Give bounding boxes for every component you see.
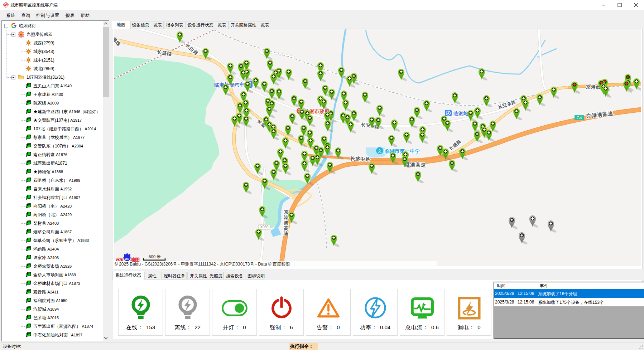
svg-text:高: 高: [284, 225, 289, 231]
svg-text:文: 文: [378, 149, 382, 153]
svg-text:X089: X089: [260, 225, 269, 229]
svg-text:长盛中路: 长盛中路: [350, 156, 371, 162]
svg-text:Bai: Bai: [116, 257, 124, 262]
svg-text:临湘站: 临湘站: [453, 111, 468, 116]
svg-text:G4: G4: [577, 116, 582, 120]
svg-text:临湘市第一中学: 临湘市第一中学: [385, 148, 420, 154]
svg-text:© 2025 Baidu - GS(2023)3206号 -: © 2025 Baidu - GS(2023)3206号 - 甲测资字11111…: [115, 262, 290, 266]
svg-text:港: 港: [284, 215, 289, 220]
svg-text:澳: 澳: [284, 220, 289, 225]
svg-text:du: du: [125, 257, 129, 261]
svg-text:速: 速: [284, 231, 289, 236]
svg-text:500 米: 500 米: [149, 254, 161, 259]
svg-text:京: 京: [284, 209, 289, 215]
svg-text:地图: 地图: [130, 257, 140, 262]
